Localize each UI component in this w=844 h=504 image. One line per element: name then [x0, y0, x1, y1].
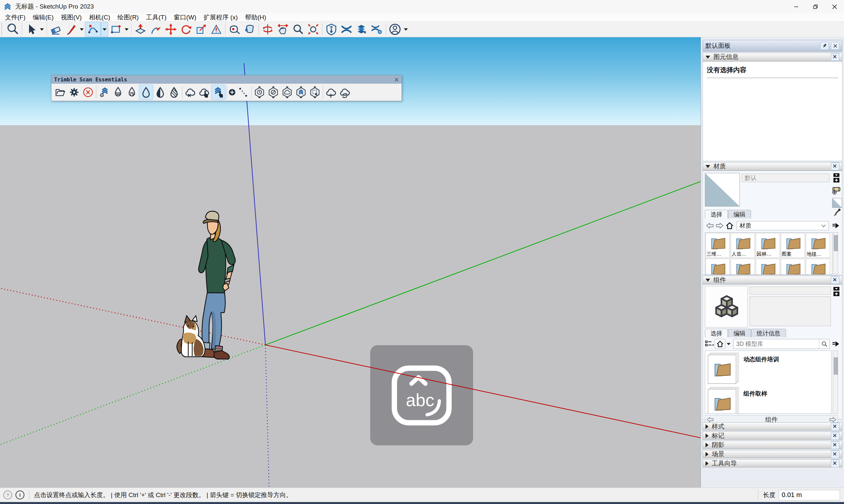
rotate-tool-button[interactable] — [178, 22, 193, 37]
menu-edit[interactable]: 编辑(E) — [29, 13, 57, 21]
entity-info-close-button[interactable] — [831, 53, 839, 61]
toolbar-grip[interactable] — [1, 23, 4, 36]
arc-tool-button[interactable] — [85, 22, 101, 37]
materials-tab-edit[interactable]: 编辑 — [728, 210, 751, 218]
material-folder[interactable] — [756, 258, 780, 275]
material-folder[interactable] — [781, 258, 805, 275]
section-instructor-header[interactable]: 工具向导 — [703, 459, 842, 467]
materials-back-button[interactable] — [705, 221, 715, 230]
components-home-button[interactable] — [715, 339, 725, 349]
components-tab-edit[interactable]: 编辑 — [728, 329, 751, 337]
section-entity-info-header[interactable]: 图元信息 — [703, 53, 842, 61]
section-shadows-header[interactable]: 阴影 — [703, 441, 842, 449]
component-description-box[interactable] — [750, 296, 831, 326]
materials-collection-select[interactable]: 材质 — [737, 221, 829, 230]
materials-scrollbar-thumb[interactable] — [834, 235, 838, 251]
scan-box-history-button[interactable] — [253, 85, 266, 100]
rectangle-tool-dropdown[interactable] — [123, 22, 130, 37]
scan-settings-button[interactable] — [67, 85, 81, 100]
zoom-extents-button[interactable] — [306, 22, 321, 37]
scan-box-cloud-button[interactable] — [280, 85, 294, 100]
scan-point-inference-button[interactable] — [97, 85, 111, 100]
components-view-options-button[interactable] — [705, 339, 715, 348]
components-search-button[interactable] — [819, 339, 829, 348]
scale-figure-person-and-cat[interactable] — [176, 209, 248, 360]
component-preview[interactable] — [705, 286, 748, 327]
length-measurement-input[interactable] — [779, 490, 840, 500]
scan-toolbar-titlebar[interactable]: Trimble Scan Essentials — [51, 75, 401, 84]
section-materials-header[interactable]: 材质 — [703, 162, 842, 170]
menu-help[interactable]: 帮助(H) — [241, 13, 270, 21]
components-tab-select[interactable]: 选择 — [705, 329, 728, 337]
zoom-tool-button[interactable] — [291, 22, 306, 37]
info-icon[interactable]: i — [16, 490, 24, 499]
select-tool-button[interactable] — [23, 22, 38, 37]
section-scenes-header[interactable]: 场景 — [703, 450, 842, 458]
material-folder[interactable] — [806, 258, 830, 275]
menu-extensions[interactable]: 扩展程序 (x) — [200, 13, 241, 21]
material-folder-garden[interactable]: 园林… — [756, 233, 780, 258]
scan-density-hatch-button[interactable] — [167, 85, 181, 100]
move-tool-button[interactable] — [163, 22, 178, 37]
components-details-button[interactable] — [831, 339, 841, 348]
menu-window[interactable]: 窗口(W) — [170, 13, 200, 21]
material-display-dropdown-button[interactable] — [833, 173, 840, 183]
3d-warehouse-button[interactable] — [324, 22, 339, 37]
tape-measure-tool-button[interactable] — [227, 22, 242, 37]
minimize-button[interactable] — [787, 0, 806, 13]
follow-me-tool-button[interactable] — [148, 22, 163, 37]
restore-button[interactable] — [806, 0, 825, 13]
tray-close-button[interactable] — [831, 42, 839, 50]
menu-camera[interactable]: 相机(C) — [85, 13, 114, 21]
material-folder-3d[interactable]: 三维… — [706, 233, 730, 258]
materials-home-button[interactable] — [725, 221, 735, 230]
scan-box-scan-button[interactable] — [294, 85, 308, 100]
components-tab-statistics[interactable]: 统计信息 — [751, 329, 786, 337]
scale-tool-button[interactable] — [193, 22, 209, 37]
pan-tool-button[interactable] — [275, 22, 291, 37]
section-components-header[interactable]: 组件 — [703, 276, 842, 284]
scan-cloud-hide-button[interactable] — [183, 85, 197, 100]
scan-density-50-button[interactable]: 50 — [111, 85, 125, 100]
eraser-tool-button[interactable] — [48, 22, 63, 37]
scan-add-point-button[interactable] — [228, 85, 236, 100]
zoom-window-tool-button[interactable] — [5, 22, 20, 37]
sample-paint-button[interactable] — [833, 208, 841, 217]
orbit-tool-button[interactable] — [260, 22, 275, 37]
menu-draw[interactable]: 绘图(R) — [114, 13, 142, 21]
component-display-dropdown-button[interactable] — [833, 287, 840, 296]
extension-warehouse-button[interactable] — [369, 22, 384, 37]
components-search-input[interactable] — [734, 341, 819, 347]
scan-density-full-button[interactable] — [139, 85, 153, 100]
select-tool-dropdown[interactable] — [38, 22, 45, 37]
rectangle-tool-button[interactable] — [108, 22, 123, 37]
share-model-button[interactable] — [354, 22, 369, 37]
offset-tool-button[interactable] — [209, 22, 224, 37]
create-material-button[interactable] — [831, 185, 841, 195]
model-viewport[interactable]: abc — [0, 37, 701, 488]
freehand-pencil-tool-button[interactable] — [63, 22, 79, 37]
scan-cloud-extend-button[interactable] — [324, 85, 338, 100]
scenes-close-button[interactable] — [831, 450, 839, 458]
scan-cloud-sync-button[interactable] — [338, 85, 352, 100]
scan-toolbar-close-icon[interactable] — [394, 77, 399, 82]
styles-close-button[interactable] — [831, 422, 839, 431]
tray-pin-button[interactable] — [820, 42, 829, 50]
shadows-close-button[interactable] — [831, 441, 839, 449]
scan-close-button[interactable] — [81, 85, 95, 100]
materials-close-button[interactable] — [831, 162, 839, 170]
material-folder[interactable] — [730, 258, 755, 275]
scan-cloud-tap-button[interactable] — [197, 85, 211, 100]
materials-forward-button[interactable] — [715, 221, 725, 230]
arc-tool-dropdown[interactable] — [101, 22, 108, 37]
components-scrollbar[interactable] — [833, 350, 838, 414]
instructor-close-button[interactable] — [831, 460, 839, 467]
menu-file[interactable]: 文件(F) — [1, 13, 29, 21]
components-scrollbar-thumb[interactable] — [834, 357, 838, 375]
section-tags-header[interactable]: 标记 — [703, 432, 842, 440]
close-button[interactable] — [825, 0, 844, 13]
material-folder[interactable] — [706, 258, 730, 275]
section-styles-header[interactable]: 样式 — [703, 422, 842, 431]
components-home-dropdown[interactable] — [725, 339, 732, 348]
material-folder-artificial[interactable]: 人造… — [730, 233, 755, 258]
